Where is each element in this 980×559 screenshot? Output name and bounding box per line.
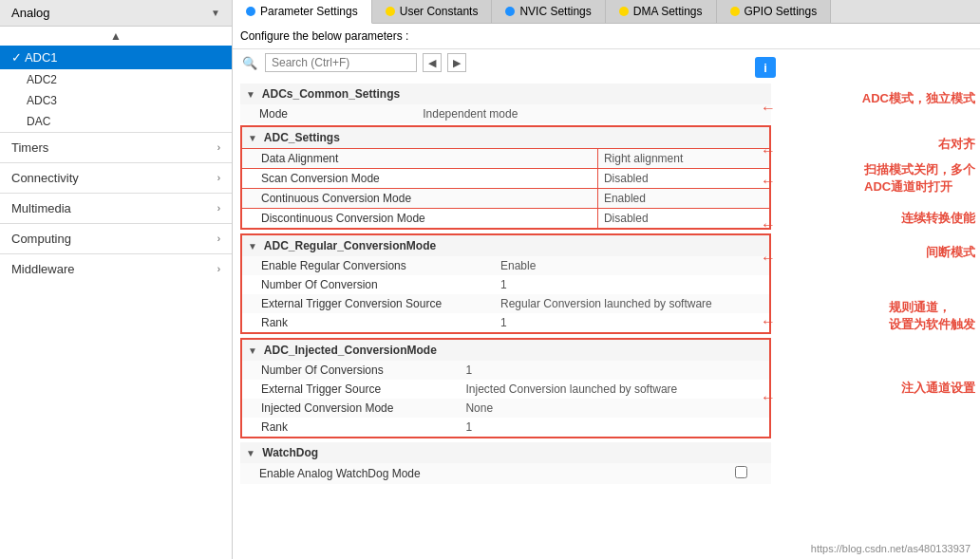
param-watchdog-enable-name: Enable Analog WatchDog Mode (240, 463, 711, 484)
tab-dma-settings[interactable]: DMA Settings (606, 0, 717, 23)
section-adc-settings-label: ADC_Settings (264, 131, 340, 144)
sidebar-section-middleware-label: Middleware (11, 262, 74, 276)
param-num-conversions: Number Of Conversions 1 (241, 361, 770, 380)
tab-gpio-settings-label: GPIO Settings (744, 5, 818, 18)
chevron-right-icon-3: › (217, 203, 220, 214)
param-content: ▼ ADCs_Common_Settings Mode Independent … (233, 84, 980, 484)
section-adc-common-label: ADCs_Common_Settings (262, 87, 400, 101)
sidebar-section-middleware-header[interactable]: Middleware › (0, 254, 232, 284)
annotation-discontinuous-text: 间断模式 (926, 245, 975, 259)
sidebar-section-connectivity: Connectivity › (0, 162, 232, 193)
adc-common-settings-table: ▼ ADCs_Common_Settings Mode Independent … (240, 84, 771, 123)
param-data-alignment: Data Alignment Right alignment (241, 149, 770, 169)
param-number-conversion-value[interactable]: 1 (495, 275, 770, 294)
param-enable-regular: Enable Regular Conversions Enable (241, 256, 770, 275)
annotation-adc-mode-text: ADC模式，独立模式 (862, 90, 975, 107)
sidebar-item-adc3[interactable]: ADC3 (0, 90, 232, 111)
tab-parameter-settings-label: Parameter Settings (260, 5, 358, 18)
search-input[interactable] (265, 53, 417, 72)
sidebar-section-computing-label: Computing (11, 232, 71, 246)
sidebar-section-timers-header[interactable]: Timers › (0, 133, 232, 162)
param-rank-injected-value[interactable]: 1 (460, 418, 770, 438)
param-external-trigger-value[interactable]: Regular Conversion launched by software (495, 294, 770, 313)
sidebar-item-dac[interactable]: DAC (0, 111, 232, 132)
sidebar-section-multimedia-header[interactable]: Multimedia › (0, 194, 232, 223)
watchdog-checkbox[interactable] (735, 466, 747, 478)
main-content: Parameter Settings User Constants NVIC S… (233, 0, 980, 559)
tab-dot-nvic (505, 7, 515, 16)
watchdog-table: ▼ WatchDog Enable Analog WatchDog Mode (240, 442, 771, 484)
sidebar-item-adc2[interactable]: ADC2 (0, 69, 232, 90)
watermark-text: https://blog.csdn.net/as480133937 (811, 543, 971, 554)
annotation-right-align: 右对齐 (938, 136, 975, 153)
tab-dot-gpio (730, 7, 740, 16)
tab-nvic-settings[interactable]: NVIC Settings (492, 0, 605, 23)
tab-gpio-settings[interactable]: GPIO Settings (717, 0, 832, 23)
section-header-adc-common[interactable]: ▼ ADCs_Common_Settings (240, 84, 771, 104)
section-header-watchdog[interactable]: ▼ WatchDog (240, 442, 771, 463)
tab-user-constants-label: User Constants (400, 5, 479, 18)
sidebar-scroll-up[interactable]: ▲ (0, 27, 232, 46)
chevron-right-icon-5: › (217, 264, 220, 274)
param-rank-regular-value[interactable]: 1 (495, 313, 770, 333)
search-prev-button[interactable]: ◀ (423, 53, 442, 72)
param-rank-injected: Rank 1 (241, 418, 770, 438)
sidebar-header[interactable]: Analog ▼ (0, 0, 232, 27)
annotation-injected-channel: 注入通道设置 (901, 380, 975, 397)
tab-dot-user (386, 7, 395, 16)
sidebar-item-adc1[interactable]: ✓ ADC1 (0, 46, 232, 69)
annotation-scan-mode-text2: ADC通道时打开 (864, 178, 975, 196)
param-mode-name: Mode (240, 104, 417, 123)
param-enable-regular-name: Enable Regular Conversions (241, 256, 495, 275)
tab-user-constants[interactable]: User Constants (372, 0, 493, 23)
sidebar-item-adc1-label: ADC1 (25, 50, 58, 65)
sidebar: Analog ▼ ▲ ✓ ADC1 ADC2 ADC3 DAC Timers ›… (0, 0, 233, 559)
section-header-adc-injected[interactable]: ▼ ADC_Injected_ConversionMode (241, 339, 770, 361)
annotation-regular-channel-text2: 设置为软件触发 (889, 316, 975, 333)
search-next-button[interactable]: ▶ (447, 53, 466, 72)
param-mode-value[interactable]: Independent mode (417, 104, 771, 123)
toggle-adc-regular[interactable]: ▼ (248, 241, 257, 252)
param-injected-conv-mode-value[interactable]: None (460, 399, 770, 418)
param-continuous-conversion-value[interactable]: Enabled (597, 189, 770, 209)
param-scan-conversion: Scan Conversion Mode Disabled (241, 169, 770, 189)
toggle-adc-common[interactable]: ▼ (246, 89, 255, 100)
section-header-adc-regular[interactable]: ▼ ADC_Regular_ConversionMode (241, 234, 770, 256)
param-discontinuous-conversion-name: Discontinuous Conversion Mode (241, 209, 597, 230)
param-discontinuous-conversion: Discontinuous Conversion Mode Disabled (241, 209, 770, 230)
param-enable-regular-value[interactable]: Enable (495, 256, 770, 275)
section-watchdog-label: WatchDog (262, 446, 318, 459)
section-header-adc-settings[interactable]: ▼ ADC_Settings (241, 126, 770, 149)
param-watchdog-enable-value[interactable] (711, 463, 771, 484)
param-num-conversions-value[interactable]: 1 (460, 361, 770, 380)
param-ext-trigger-injected-value[interactable]: Injected Conversion launched by software (460, 380, 770, 399)
chevron-right-icon-4: › (217, 233, 220, 244)
configure-label-text: Configure the below parameters : (240, 29, 408, 43)
sidebar-section-connectivity-header[interactable]: Connectivity › (0, 163, 232, 193)
sidebar-section-computing-header[interactable]: Computing › (0, 224, 232, 253)
toggle-adc-injected[interactable]: ▼ (248, 345, 257, 356)
sidebar-header-label: Analog (11, 6, 49, 20)
param-scan-conversion-value[interactable]: Disabled (597, 169, 770, 189)
param-rank-regular: Rank 1 (241, 313, 770, 333)
toggle-watchdog[interactable]: ▼ (246, 448, 255, 458)
watermark: https://blog.csdn.net/as480133937 (811, 543, 971, 554)
param-discontinuous-conversion-value[interactable]: Disabled (597, 209, 770, 230)
sidebar-section-timers: Timers › (0, 132, 232, 162)
section-adc-regular-label: ADC_Regular_ConversionMode (264, 239, 436, 252)
info-icon[interactable]: i (755, 57, 776, 78)
param-data-alignment-value[interactable]: Right alignment (597, 149, 770, 169)
search-icon[interactable]: 🔍 (240, 53, 259, 72)
param-continuous-conversion-name: Continuous Conversion Mode (241, 189, 597, 209)
annotation-adc-mode: ADC模式，独立模式 (862, 90, 975, 107)
param-injected-conv-mode-name: Injected Conversion Mode (241, 399, 460, 418)
sidebar-section-multimedia-label: Multimedia (11, 201, 71, 215)
annotation-injected-channel-text: 注入通道设置 (901, 381, 975, 395)
param-external-trigger: External Trigger Conversion Source Regul… (241, 294, 770, 313)
annotation-regular-channel: 规则通道， 设置为软件触发 (889, 299, 975, 333)
tab-nvic-settings-label: NVIC Settings (519, 5, 591, 18)
param-rank-injected-name: Rank (241, 418, 460, 438)
tab-bar: Parameter Settings User Constants NVIC S… (233, 0, 980, 24)
tab-parameter-settings[interactable]: Parameter Settings (233, 0, 372, 24)
toggle-adc-settings[interactable]: ▼ (248, 133, 257, 143)
